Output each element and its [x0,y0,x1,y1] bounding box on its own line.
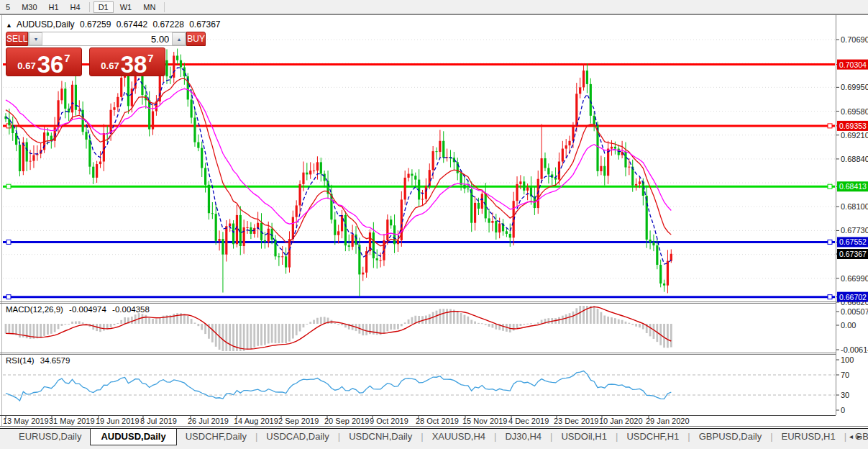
macd-bar [457,311,459,324]
timeframe-button-5[interactable]: 5 [1,1,15,13]
timeframe-button-m30[interactable]: M30 [17,1,42,13]
macd-bar [467,317,469,324]
ohlc-low: 0.67228 [152,19,183,30]
hline-handle-right[interactable] [828,184,832,189]
volume-input[interactable] [42,32,172,45]
ohlc-high: 0.67442 [117,19,147,30]
macd-bar [446,309,448,324]
macd-bar [201,324,203,330]
timeframe-button-mn[interactable]: MN [138,1,160,13]
tab-audusd-daily[interactable]: AUDUSD,Daily [90,429,176,445]
macd-bar [436,311,438,324]
macd-bar [47,324,49,335]
price-axis-background[interactable] [836,15,868,426]
timeframe-button-d1[interactable]: D1 [93,1,114,13]
buy-button[interactable]: BUY [186,32,206,46]
candle-body [165,60,168,76]
candle-body [421,199,424,200]
macd-bar [481,323,483,324]
tab-xauusd-h4[interactable]: XAUUSD,H4 [424,429,494,445]
macd-bar [352,324,354,330]
macd-axis-label: 0.00 [841,321,856,330]
rsi-value: 34.6579 [40,356,70,365]
candle-body [393,225,396,244]
buy-price-point: 7 [147,52,153,64]
macd-bar [40,324,42,337]
macd-bar [537,322,539,324]
tab-dj30-h4[interactable]: DJ30,H4 [496,429,550,445]
price-tag-label: 0.67552 [839,237,867,246]
macd-bar [383,324,385,334]
tab-scroll-arrows[interactable]: ◂▸ [849,432,865,440]
candle-body [243,227,245,246]
hline-handle-left[interactable] [6,295,11,299]
candle-body [376,258,378,260]
macd-bar [607,317,609,324]
tab-usdcnh-daily[interactable]: USDCNH,Daily [340,429,421,445]
macd-bar [194,322,196,324]
macd-bar [299,324,301,332]
macd-bar [117,323,119,324]
macd-bar [628,323,630,324]
hline-handle-left[interactable] [6,240,11,244]
tab-usdchf-daily[interactable]: USDCHF,Daily [177,429,255,445]
price-tag-label: 0.66702 [839,293,867,301]
volume-decrease-button[interactable]: ▼ [29,32,42,45]
tab-gbpusd-daily[interactable]: GBPUSD,Daily [690,429,770,445]
timeframe-button-h1[interactable]: H1 [44,1,64,13]
macd-bar [303,324,305,327]
candle-body [435,151,437,152]
timeframe-button-h4[interactable]: H4 [65,1,86,13]
date-label: 15 Nov 2019 [462,417,507,425]
macd-bar [176,313,178,324]
macd-bar [418,316,420,324]
candle-body [407,174,409,178]
candle-body [296,205,298,217]
sell-price-box[interactable]: 0.67 36 7 [6,47,82,76]
buy-price-box[interactable]: 0.67 38 7 [89,47,165,76]
tab-usdchf-h1[interactable]: USDCHF,H1 [618,429,687,445]
candle-body [470,189,472,223]
macd-bar [470,320,472,324]
macd-bar [131,317,133,324]
candle-body [467,189,469,189]
timeframe-toolbar: 5M30H1H4D1W1MN [0,0,868,14]
candle-body [232,224,234,245]
candle-body [204,168,206,184]
candle-body [646,196,648,240]
hline-handle-right[interactable] [828,124,832,128]
price-tag-label: 0.70304 [839,60,867,69]
candle-body [92,167,94,178]
rsi-name: RSI(14) [6,356,35,365]
macd-bar [397,324,399,329]
candle-body [281,256,283,257]
tab-usdcad-daily[interactable]: USDCAD,Daily [257,429,337,445]
candle-body [211,213,214,214]
macd-bar [264,324,266,345]
candle-body [239,215,242,246]
candle-body [193,118,196,142]
chart-title: ▲AUDUSD,Daily 0.67259 0.67442 0.67228 0.… [6,19,224,30]
date-label: 4 Dec 2019 [508,417,549,425]
macd-bar [103,324,105,331]
sell-button[interactable]: SELL [6,32,28,46]
tab-usdoil-h1[interactable]: USDOil,H1 [552,429,616,445]
macd-bar [590,306,592,324]
macd-bar [401,324,403,326]
volume-increase-button[interactable]: ▲ [172,32,186,45]
tab-eurusd-daily[interactable]: EURUSD,Daily [10,429,90,445]
macd-bar [275,324,277,343]
timeframe-button-w1[interactable]: W1 [115,1,137,13]
candle-body [113,107,115,110]
candle-body [590,84,592,116]
candle-body [117,97,119,107]
date-axis[interactable]: 13 May 201931 May 201919 Jun 20198 Jul 2… [3,416,690,425]
macd-bar [663,324,665,348]
macd-bar [386,324,388,331]
hline-handle-right[interactable] [828,295,832,299]
hline-handle-left[interactable] [6,184,11,189]
macd-bar [232,324,234,351]
hline-handle-right[interactable] [828,240,832,244]
candle-body [379,260,381,261]
tab-eurusd-h1[interactable]: EURUSD,H1 [773,429,844,445]
